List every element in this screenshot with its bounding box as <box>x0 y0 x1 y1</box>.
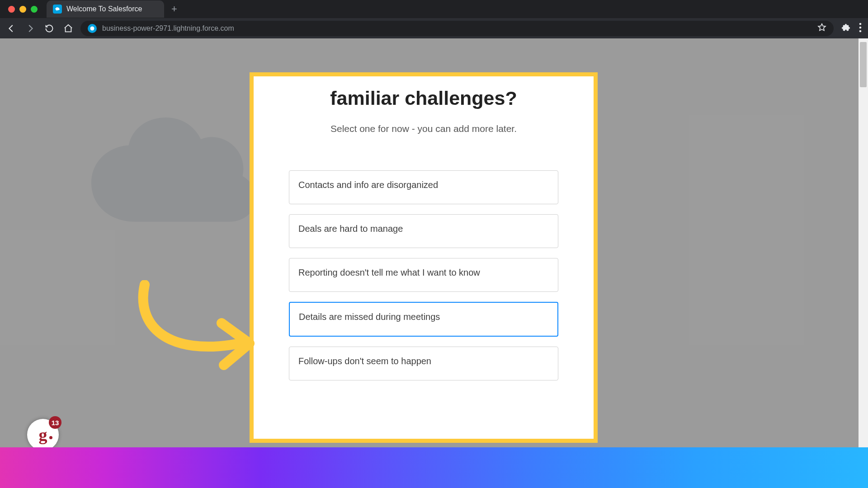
nav-icons <box>6 23 73 33</box>
challenge-option[interactable]: Reporting doesn't tell me what I want to… <box>289 258 558 292</box>
extensions-puzzle-icon[interactable] <box>841 23 851 34</box>
challenge-options-list: Contacts and info are disorganized Deals… <box>272 170 576 380</box>
extension-icons <box>841 23 862 34</box>
salesforce-favicon-icon <box>53 5 62 14</box>
minimize-window-icon[interactable] <box>19 6 26 13</box>
maximize-window-icon[interactable] <box>31 6 38 13</box>
close-window-icon[interactable] <box>8 6 15 13</box>
browser-chrome: Welcome To Salesforce + business-power-2… <box>0 0 868 38</box>
challenge-option[interactable]: Contacts and info are disorganized <box>289 170 558 204</box>
challenge-option-selected[interactable]: Details are missed during meetings <box>289 302 558 337</box>
vertical-scrollbar[interactable]: ▲ <box>859 38 868 447</box>
modal-title: familiar challenges? <box>272 87 576 109</box>
browser-tab[interactable]: Welcome To Salesforce <box>47 0 164 18</box>
badge-dot-icon <box>49 436 52 439</box>
back-icon[interactable] <box>6 23 16 33</box>
svg-point-1 <box>859 23 862 25</box>
forward-icon[interactable] <box>25 23 35 33</box>
svg-point-2 <box>859 26 862 28</box>
new-tab-button[interactable]: + <box>171 3 177 15</box>
browser-menu-icon[interactable] <box>859 23 862 34</box>
svg-point-0 <box>90 26 94 30</box>
reload-icon[interactable] <box>44 23 54 33</box>
site-identity-icon <box>88 24 97 33</box>
tab-bar: Welcome To Salesforce + <box>0 0 868 18</box>
page-viewport: Back Submit familiar challenges? Select … <box>0 38 868 447</box>
bookmark-star-icon[interactable] <box>817 23 826 34</box>
onboarding-modal: familiar challenges? Select one for now … <box>250 72 598 443</box>
decorative-gradient-bar <box>0 447 868 488</box>
url-text: business-power-2971.lightning.force.com <box>102 24 812 33</box>
window-controls <box>8 6 38 13</box>
badge-glyph: g <box>39 425 47 445</box>
challenge-option[interactable]: Follow-ups don't seem to happen <box>289 347 558 380</box>
scrollbar-thumb[interactable] <box>860 42 867 87</box>
badge-count: 13 <box>49 416 61 429</box>
notification-badge[interactable]: g 13 <box>27 419 59 447</box>
svg-point-3 <box>859 30 862 32</box>
tab-title: Welcome To Salesforce <box>66 5 142 13</box>
address-bar[interactable]: business-power-2971.lightning.force.com <box>80 21 834 36</box>
modal-footer: Back Submit <box>257 443 603 447</box>
challenge-option[interactable]: Deals are hard to manage <box>289 214 558 248</box>
toolbar: business-power-2971.lightning.force.com <box>0 18 868 38</box>
home-icon[interactable] <box>63 23 73 33</box>
modal-subtitle: Select one for now - you can add more la… <box>272 122 576 135</box>
